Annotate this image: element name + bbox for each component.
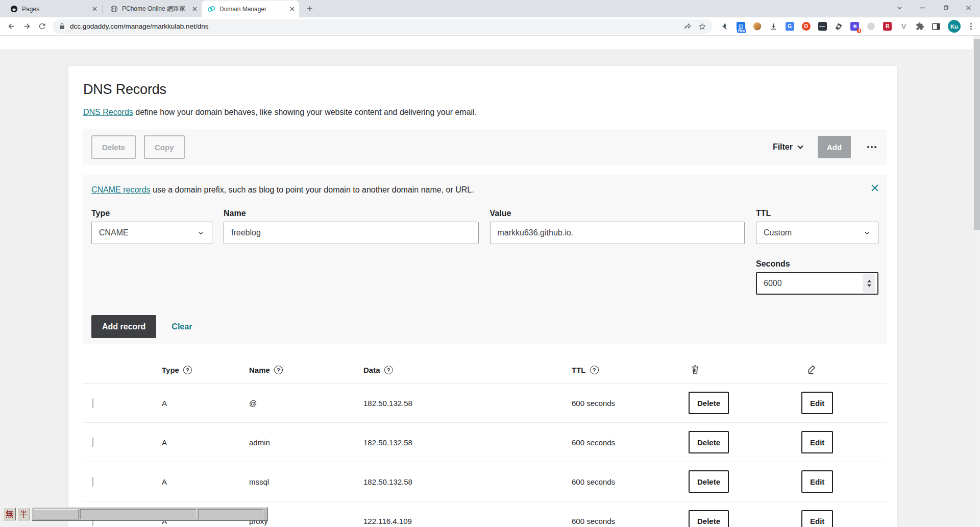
tab-close-icon[interactable] <box>190 5 199 13</box>
cell-name: mssql <box>249 477 363 486</box>
tab-pchome[interactable]: PChome Online 網路家庭-買網址 <box>104 1 202 17</box>
bookmark-star-icon[interactable] <box>696 20 708 33</box>
dns-records-link[interactable]: DNS Records <box>83 108 133 116</box>
help-icon[interactable]: ? <box>274 366 283 374</box>
name-label: Name <box>224 209 479 218</box>
dns-records-card: DNS Records DNS Records define how your … <box>68 66 897 527</box>
tab-title: Pages <box>22 6 86 13</box>
seconds-field <box>756 272 878 295</box>
refresh-icon[interactable] <box>35 19 49 33</box>
row-edit-button[interactable]: Edit <box>801 470 833 493</box>
cname-records-link[interactable]: CNAME records <box>91 185 151 194</box>
type-label: Type <box>91 209 212 218</box>
add-button[interactable]: Add <box>818 136 851 158</box>
url-text[interactable]: dcc.godaddy.com/manage/markkulab.net/dns <box>70 22 680 30</box>
page-scrollbar[interactable] <box>973 36 980 527</box>
ttl-value: Custom <box>764 228 792 237</box>
share-icon[interactable] <box>682 20 694 33</box>
row-checkbox[interactable] <box>92 398 93 408</box>
translate-icon[interactable]: G <box>785 21 795 31</box>
add-record-button[interactable]: Add record <box>91 315 156 338</box>
download-icon[interactable] <box>769 21 778 31</box>
trash-icon[interactable] <box>689 364 801 376</box>
tab-search-icon[interactable] <box>888 0 911 15</box>
cell-type: A <box>162 399 249 408</box>
help-icon[interactable]: ? <box>590 366 599 374</box>
back-icon[interactable] <box>5 19 18 33</box>
chrome-menu-icon[interactable] <box>967 23 975 30</box>
type-select[interactable]: CNAME <box>91 222 212 244</box>
number-stepper[interactable] <box>863 274 875 293</box>
cookie-icon[interactable] <box>752 21 762 31</box>
extension-icon[interactable] <box>720 21 729 31</box>
site-header-band <box>0 36 980 50</box>
minimize-icon[interactable] <box>911 0 934 15</box>
ime-halfwidth-button[interactable]: 半 <box>17 508 30 520</box>
profile-avatar[interactable]: Ku <box>948 20 961 33</box>
gear-icon[interactable] <box>834 21 843 31</box>
table-row: A admin 182.50.132.58 600 seconds Delete… <box>83 423 887 462</box>
row-checkbox[interactable] <box>92 438 93 447</box>
godaddy-icon <box>207 5 215 13</box>
tab-separator <box>103 5 103 14</box>
tab-pages[interactable]: Pages <box>4 1 102 17</box>
page-description: DNS Records define how your domain behav… <box>83 108 887 117</box>
cell-ttl: 600 seconds <box>572 517 689 525</box>
seconds-row: Seconds <box>91 259 878 295</box>
help-icon[interactable]: ? <box>384 366 393 374</box>
extensions-puzzle-icon[interactable] <box>915 21 925 31</box>
ime-toolbar[interactable] <box>32 507 268 521</box>
row-delete-button[interactable]: Delete <box>689 510 729 527</box>
tab-close-icon[interactable] <box>288 5 296 13</box>
banner-text: use a domain prefix, such as blog to poi… <box>151 185 474 194</box>
row-edit-button[interactable]: Edit <box>801 431 833 453</box>
banner-close-icon[interactable] <box>870 183 880 193</box>
row-delete-button[interactable]: Delete <box>689 431 729 453</box>
delete-button[interactable]: Delete <box>91 135 136 159</box>
more-options-icon[interactable] <box>865 144 878 150</box>
col-data: Data <box>363 366 380 374</box>
close-window-icon[interactable] <box>957 0 980 15</box>
row-delete-button[interactable]: Delete <box>689 392 729 414</box>
row-delete-button[interactable]: Delete <box>689 470 729 493</box>
gray-v-icon[interactable]: V <box>899 21 909 31</box>
value-label: Value <box>490 209 745 218</box>
pencil-icon[interactable] <box>801 364 887 376</box>
filter-dropdown[interactable]: Filter <box>773 142 802 152</box>
col-name: Name <box>249 366 270 374</box>
cell-name: admin <box>249 438 363 447</box>
extension-new-icon[interactable]: ◱New <box>736 21 746 31</box>
row-edit-button[interactable]: Edit <box>801 510 833 527</box>
dark-menu-icon[interactable]: ••• <box>818 21 827 31</box>
snowflake-badge-icon[interactable]: ✳3 <box>850 21 860 31</box>
lock-icon <box>59 23 65 30</box>
tab-domain-manager[interactable]: Domain Manager <box>202 1 299 17</box>
address-bar[interactable]: dcc.godaddy.com/manage/markkulab.net/dns <box>53 19 713 34</box>
help-icon[interactable]: ? <box>183 366 192 374</box>
orange-o-icon[interactable]: O <box>801 21 811 31</box>
window-controls <box>888 0 980 17</box>
value-input[interactable] <box>490 222 745 244</box>
ime-fullwidth-button[interactable]: 無 <box>3 508 16 520</box>
table-row: A mssql 182.50.132.58 600 seconds Delete… <box>83 462 887 501</box>
name-input[interactable] <box>224 222 479 244</box>
copy-button[interactable]: Copy <box>144 135 185 159</box>
scrollbar-thumb[interactable] <box>974 39 980 230</box>
restore-icon[interactable] <box>934 0 957 15</box>
new-tab-button[interactable] <box>303 2 316 15</box>
side-panel-icon[interactable] <box>932 21 941 31</box>
cname-banner: CNAME records use a domain prefix, such … <box>91 185 878 195</box>
disabled-extension-icon[interactable] <box>866 21 876 31</box>
seconds-input[interactable] <box>764 279 863 288</box>
cell-ttl: 600 seconds <box>572 438 689 447</box>
red-r-icon[interactable]: R <box>883 21 892 31</box>
row-edit-button[interactable]: Edit <box>801 392 833 414</box>
row-checkbox[interactable] <box>92 477 93 487</box>
forward-icon[interactable] <box>20 19 34 33</box>
tab-title: PChome Online 網路家庭-買網址 <box>122 5 186 13</box>
ttl-select[interactable]: Custom <box>756 222 878 244</box>
clear-link[interactable]: Clear <box>172 322 192 331</box>
cell-data: 182.50.132.58 <box>363 399 572 408</box>
tab-close-icon[interactable] <box>90 5 99 13</box>
form-fields: Type CNAME Name Value <box>91 209 878 244</box>
